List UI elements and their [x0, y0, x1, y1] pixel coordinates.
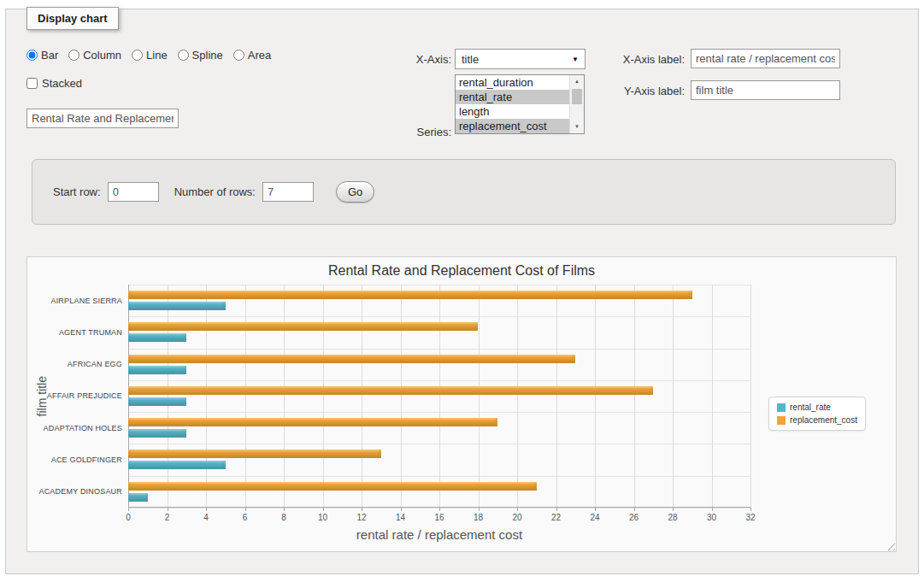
x-tick-label: 6 — [243, 513, 248, 522]
chart-type-radio-column[interactable] — [68, 50, 79, 61]
bar-replacement_cost — [128, 418, 497, 426]
y-axis-label-caption: Y-Axis label: — [584, 85, 685, 97]
chart-type-option-label: Column — [83, 49, 121, 62]
series-option-length[interactable]: length — [456, 104, 569, 119]
chart-type-option-label: Line — [146, 49, 168, 62]
start-row-label: Start row: — [53, 185, 101, 198]
bar-replacement_cost — [128, 450, 381, 458]
chart-type-option-line[interactable]: Line — [132, 49, 168, 62]
category-label: ADAPTATION HOLES — [44, 424, 122, 432]
category-label: ACE GOLDFINGER — [51, 456, 122, 464]
stacked-label: Stacked — [42, 77, 82, 90]
x-tick-label: 8 — [281, 513, 286, 522]
x-tick-label: 24 — [590, 513, 599, 522]
resize-handle-icon[interactable] — [885, 540, 895, 550]
panel-title: Display chart — [26, 7, 119, 30]
category-label: AFFAIR PREJUDICE — [47, 391, 122, 400]
x-axis-title: rental rate / replacement cost — [128, 527, 750, 542]
x-axis-selected-value: title — [462, 53, 479, 66]
scrollbar-track[interactable] — [570, 88, 584, 121]
chart-row-adaptation-holes: ADAPTATION HOLES — [128, 412, 750, 444]
start-row-input[interactable] — [108, 182, 159, 202]
bar-rental_rate — [128, 493, 148, 502]
x-tick-label: 20 — [512, 513, 521, 522]
series-select-label: Series: — [374, 126, 451, 138]
bar-rental_rate — [128, 461, 226, 469]
chevron-down-icon: ▼ — [572, 56, 579, 63]
chart-type-option-label: Bar — [41, 49, 58, 62]
series-option-rental_duration[interactable]: rental_duration — [456, 75, 569, 90]
category-label: AFRICAN EGG — [68, 360, 122, 368]
stacked-option[interactable]: Stacked — [26, 77, 82, 90]
tick-mark — [439, 508, 440, 511]
chart-type-option-label: Spline — [192, 49, 223, 62]
bar-replacement_cost — [128, 355, 575, 363]
x-axis-ticks: 02468101214161820222426283032 — [128, 508, 750, 526]
series-option-replacement_cost[interactable]: replacement_cost — [456, 119, 569, 133]
series-listbox[interactable]: rental_durationrental_ratelengthreplacem… — [455, 74, 585, 134]
scrollbar-thumb[interactable] — [572, 89, 582, 104]
chart-type-option-label: Area — [248, 49, 271, 62]
chart-row-affair-prejudice: AFFAIR PREJUDICE — [128, 380, 750, 412]
x-tick-label: 0 — [126, 513, 131, 522]
tick-mark — [206, 508, 207, 511]
x-axis-label-input[interactable] — [691, 49, 840, 68]
tick-mark — [323, 508, 324, 511]
scroll-down-icon[interactable]: ▼ — [570, 121, 584, 133]
x-tick-label: 16 — [434, 513, 444, 522]
chart-title-input[interactable] — [26, 109, 179, 128]
chart-type-radio-line[interactable] — [132, 50, 143, 61]
tick-mark — [401, 508, 402, 511]
chart-type-option-area[interactable]: Area — [233, 49, 271, 62]
x-tick-label: 30 — [707, 513, 716, 522]
chart-row-ace-goldfinger: ACE GOLDFINGER — [128, 444, 750, 475]
bar-replacement_cost — [128, 322, 478, 331]
chart-type-radio-area[interactable] — [233, 50, 244, 61]
chart-type-option-column[interactable]: Column — [68, 49, 121, 62]
legend-entry-rental_rate[interactable]: rental_rate — [777, 403, 857, 412]
x-axis-select[interactable]: title ▼ — [455, 49, 586, 69]
chart-row-agent-truman: AGENT TRUMAN — [128, 316, 750, 348]
legend-entry-replacement_cost[interactable]: replacement_cost — [777, 415, 857, 425]
x-tick-label: 14 — [396, 513, 405, 522]
tick-mark — [634, 508, 635, 511]
series-scrollbar[interactable]: ▲ ▼ — [569, 75, 584, 133]
tick-mark — [595, 508, 596, 511]
chart-type-radio-spline[interactable] — [178, 50, 189, 61]
chart-type-option-bar[interactable]: Bar — [26, 49, 58, 62]
x-tick-label: 18 — [474, 513, 483, 522]
row-range-panel: Start row: Number of rows: Go — [32, 159, 896, 225]
chart-legend: rental_ratereplacement_cost — [768, 397, 866, 431]
chart-row-airplane-sierra: AIRPLANE SIERRA — [128, 285, 750, 316]
x-tick-label: 22 — [551, 513, 561, 522]
legend-label: replacement_cost — [790, 415, 857, 425]
num-rows-label: Number of rows: — [174, 185, 256, 198]
chart-type-option-spline[interactable]: Spline — [178, 49, 223, 62]
y-axis-label-input[interactable] — [691, 80, 840, 100]
series-option-rental_rate[interactable]: rental_rate — [456, 90, 569, 104]
bar-replacement_cost — [128, 482, 537, 491]
bar-rental_rate — [128, 429, 186, 438]
chart-rows: AIRPLANE SIERRAAGENT TRUMANAFRICAN EGGAF… — [128, 285, 750, 508]
chart-row-academy-dinosaur: ACADEMY DINOSAUR — [128, 476, 750, 508]
legend-swatch — [777, 416, 786, 425]
bar-replacement_cost — [128, 386, 653, 395]
tick-mark — [168, 508, 168, 511]
bar-replacement_cost — [128, 291, 692, 299]
chart-type-radio-bar[interactable] — [26, 50, 38, 61]
gridline-vertical — [750, 285, 751, 508]
x-tick-label: 10 — [318, 513, 327, 522]
num-rows-input[interactable] — [262, 182, 314, 202]
x-axis-label-caption: X-Axis label: — [584, 53, 685, 66]
category-label: AIRPLANE SIERRA — [50, 297, 122, 305]
x-tick-label: 28 — [668, 513, 677, 522]
display-chart-panel: Display chart BarColumnLineSplineArea St… — [5, 9, 919, 574]
scroll-up-icon[interactable]: ▲ — [570, 75, 584, 88]
chart-container: Rental Rate and Replacement Cost of Film… — [26, 256, 897, 552]
stacked-checkbox[interactable] — [26, 78, 38, 89]
tick-mark — [479, 508, 480, 511]
x-tick-label: 12 — [356, 513, 366, 522]
tick-mark — [750, 508, 751, 511]
tick-mark — [673, 508, 674, 511]
go-button[interactable]: Go — [336, 181, 374, 203]
